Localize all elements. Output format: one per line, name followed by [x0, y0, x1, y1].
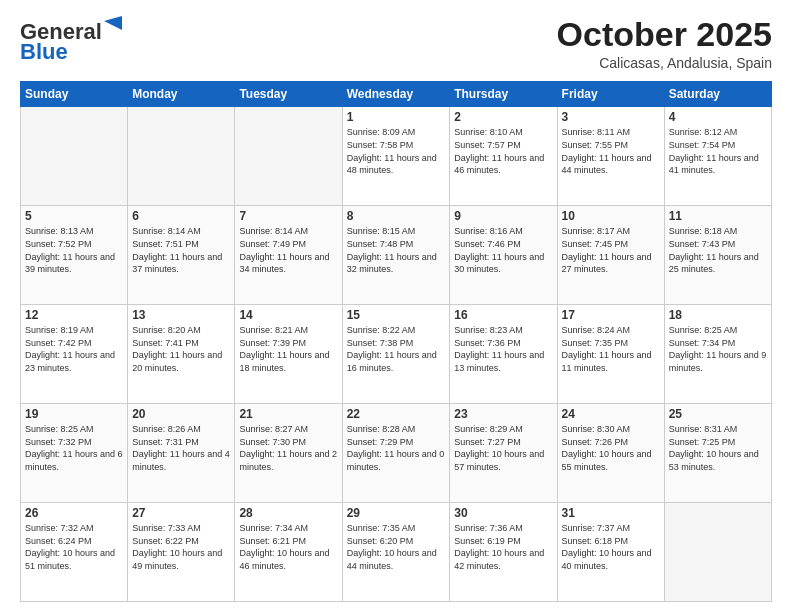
day-number: 29: [347, 506, 446, 520]
calendar-cell: 22Sunrise: 8:28 AMSunset: 7:29 PMDayligh…: [342, 404, 450, 503]
day-number: 9: [454, 209, 552, 223]
day-number: 23: [454, 407, 552, 421]
day-info: Sunrise: 8:16 AMSunset: 7:46 PMDaylight:…: [454, 225, 552, 275]
calendar-cell: 30Sunrise: 7:36 AMSunset: 6:19 PMDayligh…: [450, 503, 557, 602]
day-info: Sunrise: 8:28 AMSunset: 7:29 PMDaylight:…: [347, 423, 446, 473]
day-number: 6: [132, 209, 230, 223]
header: General Blue October 2025 Calicasas, And…: [20, 16, 772, 71]
calendar-cell: 13Sunrise: 8:20 AMSunset: 7:41 PMDayligh…: [128, 305, 235, 404]
day-number: 30: [454, 506, 552, 520]
calendar-cell: 31Sunrise: 7:37 AMSunset: 6:18 PMDayligh…: [557, 503, 664, 602]
calendar-cell: 18Sunrise: 8:25 AMSunset: 7:34 PMDayligh…: [664, 305, 771, 404]
day-number: 8: [347, 209, 446, 223]
title-block: October 2025 Calicasas, Andalusia, Spain: [557, 16, 772, 71]
calendar-cell: [664, 503, 771, 602]
logo-icon: [104, 16, 122, 38]
calendar-cell: 29Sunrise: 7:35 AMSunset: 6:20 PMDayligh…: [342, 503, 450, 602]
calendar-cell: 21Sunrise: 8:27 AMSunset: 7:30 PMDayligh…: [235, 404, 342, 503]
day-info: Sunrise: 8:17 AMSunset: 7:45 PMDaylight:…: [562, 225, 660, 275]
calendar-cell: 25Sunrise: 8:31 AMSunset: 7:25 PMDayligh…: [664, 404, 771, 503]
page: General Blue October 2025 Calicasas, And…: [0, 0, 792, 612]
calendar-cell: 28Sunrise: 7:34 AMSunset: 6:21 PMDayligh…: [235, 503, 342, 602]
calendar-cell: 19Sunrise: 8:25 AMSunset: 7:32 PMDayligh…: [21, 404, 128, 503]
day-info: Sunrise: 7:35 AMSunset: 6:20 PMDaylight:…: [347, 522, 446, 572]
day-info: Sunrise: 7:34 AMSunset: 6:21 PMDaylight:…: [239, 522, 337, 572]
day-number: 31: [562, 506, 660, 520]
calendar-cell: 12Sunrise: 8:19 AMSunset: 7:42 PMDayligh…: [21, 305, 128, 404]
calendar-cell: [21, 107, 128, 206]
day-number: 12: [25, 308, 123, 322]
calendar-cell: 8Sunrise: 8:15 AMSunset: 7:48 PMDaylight…: [342, 206, 450, 305]
day-info: Sunrise: 8:29 AMSunset: 7:27 PMDaylight:…: [454, 423, 552, 473]
calendar-cell: 1Sunrise: 8:09 AMSunset: 7:58 PMDaylight…: [342, 107, 450, 206]
calendar-cell: 2Sunrise: 8:10 AMSunset: 7:57 PMDaylight…: [450, 107, 557, 206]
day-number: 26: [25, 506, 123, 520]
day-info: Sunrise: 8:15 AMSunset: 7:48 PMDaylight:…: [347, 225, 446, 275]
calendar-cell: 27Sunrise: 7:33 AMSunset: 6:22 PMDayligh…: [128, 503, 235, 602]
day-number: 17: [562, 308, 660, 322]
day-number: 22: [347, 407, 446, 421]
calendar-week-1: 1Sunrise: 8:09 AMSunset: 7:58 PMDaylight…: [21, 107, 772, 206]
svg-marker-0: [104, 16, 122, 30]
day-info: Sunrise: 8:14 AMSunset: 7:49 PMDaylight:…: [239, 225, 337, 275]
day-number: 2: [454, 110, 552, 124]
calendar-cell: 14Sunrise: 8:21 AMSunset: 7:39 PMDayligh…: [235, 305, 342, 404]
day-number: 25: [669, 407, 767, 421]
day-info: Sunrise: 8:13 AMSunset: 7:52 PMDaylight:…: [25, 225, 123, 275]
day-info: Sunrise: 8:27 AMSunset: 7:30 PMDaylight:…: [239, 423, 337, 473]
day-info: Sunrise: 8:19 AMSunset: 7:42 PMDaylight:…: [25, 324, 123, 374]
calendar-cell: 11Sunrise: 8:18 AMSunset: 7:43 PMDayligh…: [664, 206, 771, 305]
calendar-cell: 10Sunrise: 8:17 AMSunset: 7:45 PMDayligh…: [557, 206, 664, 305]
calendar-cell: [235, 107, 342, 206]
day-number: 4: [669, 110, 767, 124]
calendar-cell: 9Sunrise: 8:16 AMSunset: 7:46 PMDaylight…: [450, 206, 557, 305]
day-info: Sunrise: 8:09 AMSunset: 7:58 PMDaylight:…: [347, 126, 446, 176]
day-info: Sunrise: 7:37 AMSunset: 6:18 PMDaylight:…: [562, 522, 660, 572]
day-info: Sunrise: 8:25 AMSunset: 7:32 PMDaylight:…: [25, 423, 123, 473]
calendar-header-row: Sunday Monday Tuesday Wednesday Thursday…: [21, 82, 772, 107]
day-number: 13: [132, 308, 230, 322]
day-info: Sunrise: 7:32 AMSunset: 6:24 PMDaylight:…: [25, 522, 123, 572]
day-info: Sunrise: 8:12 AMSunset: 7:54 PMDaylight:…: [669, 126, 767, 176]
day-info: Sunrise: 8:31 AMSunset: 7:25 PMDaylight:…: [669, 423, 767, 473]
day-number: 11: [669, 209, 767, 223]
day-number: 18: [669, 308, 767, 322]
header-wednesday: Wednesday: [342, 82, 450, 107]
calendar-cell: 4Sunrise: 8:12 AMSunset: 7:54 PMDaylight…: [664, 107, 771, 206]
calendar-cell: 23Sunrise: 8:29 AMSunset: 7:27 PMDayligh…: [450, 404, 557, 503]
day-number: 28: [239, 506, 337, 520]
header-thursday: Thursday: [450, 82, 557, 107]
day-info: Sunrise: 8:20 AMSunset: 7:41 PMDaylight:…: [132, 324, 230, 374]
day-number: 15: [347, 308, 446, 322]
day-info: Sunrise: 8:25 AMSunset: 7:34 PMDaylight:…: [669, 324, 767, 374]
day-number: 21: [239, 407, 337, 421]
day-number: 3: [562, 110, 660, 124]
day-info: Sunrise: 8:14 AMSunset: 7:51 PMDaylight:…: [132, 225, 230, 275]
calendar-week-5: 26Sunrise: 7:32 AMSunset: 6:24 PMDayligh…: [21, 503, 772, 602]
calendar-cell: [128, 107, 235, 206]
day-info: Sunrise: 8:30 AMSunset: 7:26 PMDaylight:…: [562, 423, 660, 473]
location: Calicasas, Andalusia, Spain: [557, 55, 772, 71]
day-info: Sunrise: 7:33 AMSunset: 6:22 PMDaylight:…: [132, 522, 230, 572]
day-number: 5: [25, 209, 123, 223]
day-info: Sunrise: 8:11 AMSunset: 7:55 PMDaylight:…: [562, 126, 660, 176]
month-title: October 2025: [557, 16, 772, 53]
day-info: Sunrise: 8:18 AMSunset: 7:43 PMDaylight:…: [669, 225, 767, 275]
header-monday: Monday: [128, 82, 235, 107]
calendar-cell: 20Sunrise: 8:26 AMSunset: 7:31 PMDayligh…: [128, 404, 235, 503]
day-info: Sunrise: 7:36 AMSunset: 6:19 PMDaylight:…: [454, 522, 552, 572]
calendar-cell: 5Sunrise: 8:13 AMSunset: 7:52 PMDaylight…: [21, 206, 128, 305]
header-friday: Friday: [557, 82, 664, 107]
day-number: 16: [454, 308, 552, 322]
day-number: 24: [562, 407, 660, 421]
calendar-week-4: 19Sunrise: 8:25 AMSunset: 7:32 PMDayligh…: [21, 404, 772, 503]
calendar-cell: 24Sunrise: 8:30 AMSunset: 7:26 PMDayligh…: [557, 404, 664, 503]
calendar-week-3: 12Sunrise: 8:19 AMSunset: 7:42 PMDayligh…: [21, 305, 772, 404]
day-number: 27: [132, 506, 230, 520]
header-saturday: Saturday: [664, 82, 771, 107]
calendar-cell: 17Sunrise: 8:24 AMSunset: 7:35 PMDayligh…: [557, 305, 664, 404]
logo: General Blue: [20, 20, 122, 64]
day-number: 19: [25, 407, 123, 421]
day-number: 20: [132, 407, 230, 421]
calendar: Sunday Monday Tuesday Wednesday Thursday…: [20, 81, 772, 602]
